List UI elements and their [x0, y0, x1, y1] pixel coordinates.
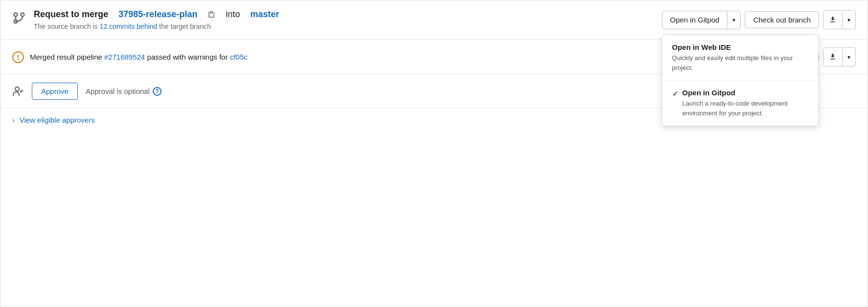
optional-label: Approval is optional — [86, 87, 150, 95]
user-approval-icon — [12, 86, 24, 97]
warning-symbol: ! — [17, 53, 20, 61]
merge-subtitle: The source branch is 12 commits behind t… — [34, 22, 279, 30]
download-button[interactable] — [823, 11, 842, 29]
approve-optional-text: Approval is optional ? — [86, 87, 162, 96]
web-ide-title: Open in Web IDE — [672, 43, 808, 51]
dropdown-item-gitpod[interactable]: ✓ Open in Gitpod Launch a ready-to-code … — [662, 81, 818, 126]
help-icon[interactable]: ? — [153, 87, 162, 96]
pipeline-text: Merged result pipeline #271689524 passed… — [30, 53, 248, 61]
dropdown-item-web-ide[interactable]: Open in Web IDE Quickly and easily edit … — [662, 35, 818, 81]
help-symbol: ? — [155, 88, 159, 95]
web-ide-desc: Quickly and easily edit multiple files i… — [672, 53, 808, 72]
pipeline-warning-icon: ! — [12, 51, 24, 63]
download-dropdown-button[interactable]: ▾ — [843, 13, 855, 27]
selected-checkmark: ✓ — [672, 89, 679, 98]
commit-hash-link[interactable]: cf05c — [230, 53, 248, 61]
approve-button[interactable]: Approve — [32, 83, 78, 100]
chevron-down-icon: ▾ — [732, 17, 735, 23]
gitpod-item-row: ✓ Open in Gitpod Launch a ready-to-code … — [672, 88, 808, 118]
pipeline-download-button[interactable] — [823, 48, 842, 66]
gitpod-dropdown-button[interactable]: ▾ — [727, 13, 740, 27]
gitpod-item-content: Open in Gitpod Launch a ready-to-code de… — [682, 88, 808, 118]
pipeline-middle: passed with warnings for — [147, 53, 228, 61]
merge-icon — [12, 11, 26, 27]
merge-label: Request to merge — [34, 9, 108, 20]
gitpod-button-group: Open in Gitpod ▾ — [662, 11, 741, 29]
merge-actions: Open in Gitpod ▾ Check out branch ▾ — [662, 10, 856, 29]
gitpod-dropdown-menu: Open in Web IDE Quickly and easily edit … — [662, 35, 819, 126]
gitpod-desc: Launch a ready-to-code development envir… — [682, 99, 808, 118]
merge-text: Request to merge 37985-release-plan into… — [34, 9, 279, 30]
gitpod-title: Open in Gitpod — [682, 88, 808, 97]
into-text: into — [226, 9, 240, 20]
branch-link[interactable]: 37985-release-plan — [118, 9, 197, 20]
download-button-group: ▾ — [823, 10, 856, 29]
download-chevron-icon: ▾ — [847, 17, 850, 23]
commits-behind-link[interactable]: 12 commits behind — [100, 22, 158, 30]
pipeline-download-group: ▾ — [823, 47, 856, 66]
pipeline-download-dropdown[interactable]: ▾ — [843, 50, 855, 65]
merge-left: Request to merge 37985-release-plan into… — [12, 9, 279, 30]
merge-header-section: Request to merge 37985-release-plan into… — [0, 0, 868, 40]
svg-point-3 — [15, 87, 19, 91]
merge-title: Request to merge 37985-release-plan into… — [34, 9, 279, 20]
pipeline-chevron-icon: ▾ — [847, 54, 850, 61]
subtitle-prefix: The source branch is — [34, 22, 98, 30]
subtitle-suffix: the target branch — [159, 22, 211, 30]
pipeline-link[interactable]: #271689524 — [104, 53, 145, 61]
master-link[interactable]: master — [250, 9, 279, 20]
expand-chevron-icon[interactable]: › — [12, 116, 15, 124]
checkout-button[interactable]: Check out branch — [745, 11, 819, 28]
view-approvers-link[interactable]: View eligible approvers — [20, 116, 95, 124]
pipeline-left: ! Merged result pipeline #271689524 pass… — [12, 51, 248, 63]
gitpod-button[interactable]: Open in Gitpod — [662, 12, 727, 28]
pipeline-prefix: Merged result pipeline — [30, 53, 102, 61]
copy-branch-icon[interactable] — [208, 11, 215, 19]
